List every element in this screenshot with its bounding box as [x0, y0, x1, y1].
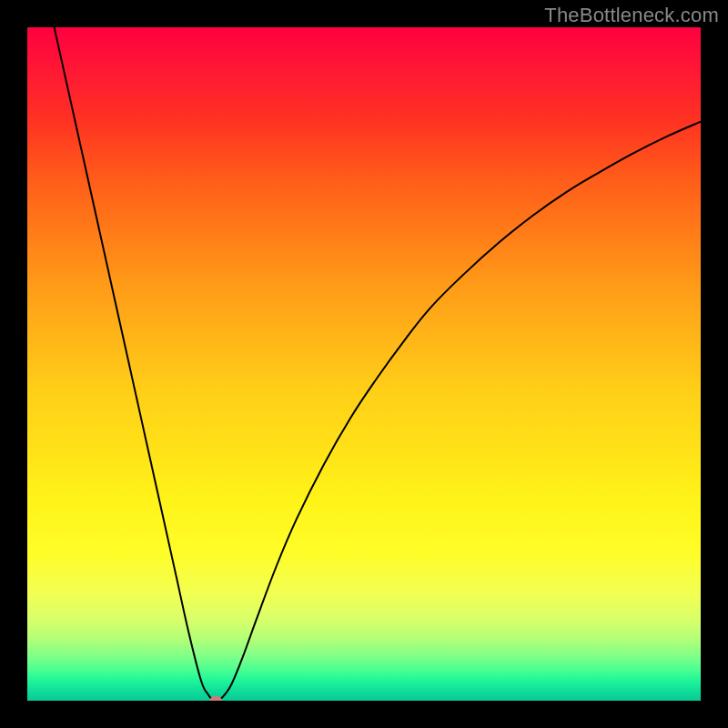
curve-svg [27, 27, 701, 701]
chart-frame: TheBottleneck.com [0, 0, 728, 728]
plot-area [27, 27, 701, 701]
bottleneck-curve [55, 27, 701, 701]
attribution-label: TheBottleneck.com [544, 4, 719, 27]
minimum-marker [209, 696, 222, 701]
